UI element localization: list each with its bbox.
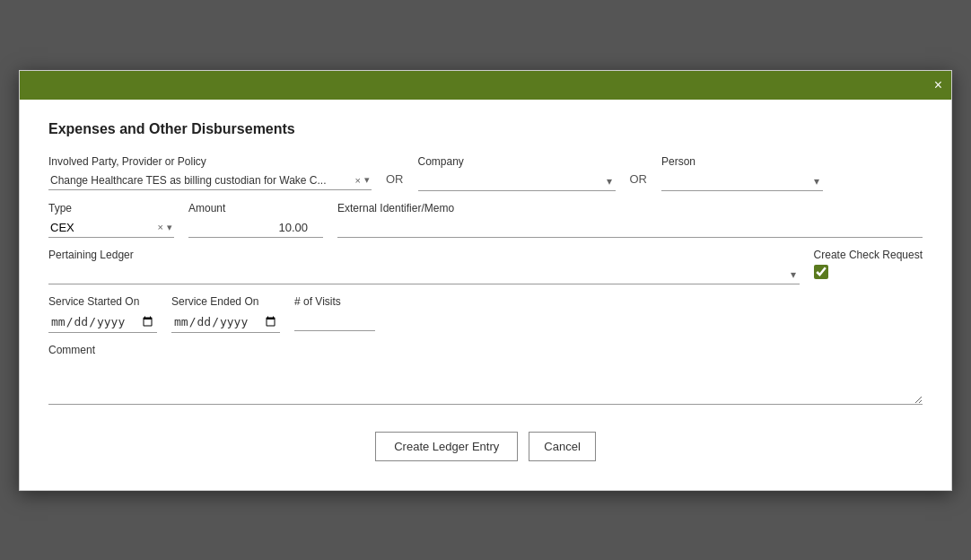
pertaining-ledger-select[interactable] [48, 265, 800, 284]
or-label-1: OR [386, 172, 404, 191]
pertaining-ledger-select-wrap[interactable] [48, 265, 800, 284]
row-service-dates: Service Started On Service Ended On # of… [48, 295, 923, 333]
service-ended-label: Service Ended On [171, 295, 280, 308]
pertaining-ledger-label: Pertaining Ledger [48, 249, 800, 261]
type-group: Type CEX × ▾ [48, 202, 174, 238]
person-select[interactable] [661, 171, 823, 191]
involved-party-dropdown-icon[interactable]: ▾ [363, 174, 372, 186]
ext-id-label: External Identifier/Memo [337, 202, 923, 214]
service-started-label: Service Started On [48, 295, 157, 308]
create-check-group: Create Check Request [814, 249, 923, 279]
involved-party-input-wrap[interactable]: × ▾ [48, 171, 372, 190]
person-group: Person [661, 155, 823, 191]
row-involved: Involved Party, Provider or Policy × ▾ O… [48, 155, 923, 191]
type-label: Type [48, 202, 174, 214]
company-label: Company [418, 155, 616, 168]
involved-party-input[interactable] [48, 171, 354, 189]
cancel-button[interactable]: Cancel [529, 432, 595, 461]
close-button[interactable]: × [934, 78, 942, 92]
service-started-group: Service Started On [48, 295, 157, 333]
modal-title: Expenses and Other Disbursements [48, 121, 923, 137]
ext-id-input[interactable] [337, 218, 923, 238]
create-ledger-entry-button[interactable]: Create Ledger Entry [375, 432, 518, 461]
type-select[interactable]: CEX [48, 218, 156, 237]
modal: × Expenses and Other Disbursements Invol… [19, 70, 952, 491]
service-started-input[interactable] [48, 311, 157, 333]
pertaining-ledger-group: Pertaining Ledger [48, 249, 800, 284]
comment-label: Comment [48, 344, 923, 356]
amount-group: Amount [188, 202, 323, 238]
footer-buttons: Create Ledger Entry Cancel [48, 432, 923, 468]
modal-body: Expenses and Other Disbursements Involve… [20, 100, 951, 490]
create-check-checkbox[interactable] [814, 265, 828, 279]
involved-party-clear-icon[interactable]: × [354, 175, 363, 186]
create-check-label: Create Check Request [814, 249, 923, 261]
service-ended-group: Service Ended On [171, 295, 280, 333]
comment-group: Comment [48, 344, 923, 405]
type-select-wrap[interactable]: CEX × ▾ [48, 218, 174, 238]
modal-header: × [20, 71, 951, 100]
amount-input[interactable] [188, 218, 323, 238]
row-ledger: Pertaining Ledger Create Check Request [48, 249, 923, 284]
type-clear-icon[interactable]: × [156, 222, 165, 232]
type-dropdown-icon[interactable]: ▾ [165, 222, 174, 233]
person-select-wrap[interactable] [661, 171, 823, 191]
ext-id-group: External Identifier/Memo [337, 202, 923, 238]
row-type-amount: Type CEX × ▾ Amount External Identifier/… [48, 202, 923, 238]
or-label-2: OR [630, 172, 648, 191]
person-label: Person [661, 155, 823, 168]
create-check-row [814, 265, 923, 279]
company-select-wrap[interactable] [418, 171, 616, 191]
num-visits-group: # of Visits [294, 295, 375, 331]
company-select[interactable] [418, 171, 616, 191]
service-ended-input[interactable] [171, 311, 280, 333]
comment-textarea[interactable] [48, 360, 923, 405]
company-group: Company [418, 155, 616, 191]
involved-party-label: Involved Party, Provider or Policy [48, 155, 372, 168]
num-visits-label: # of Visits [294, 295, 375, 308]
amount-label: Amount [188, 202, 323, 214]
involved-party-group: Involved Party, Provider or Policy × ▾ [48, 155, 372, 190]
num-visits-input[interactable] [294, 311, 375, 331]
